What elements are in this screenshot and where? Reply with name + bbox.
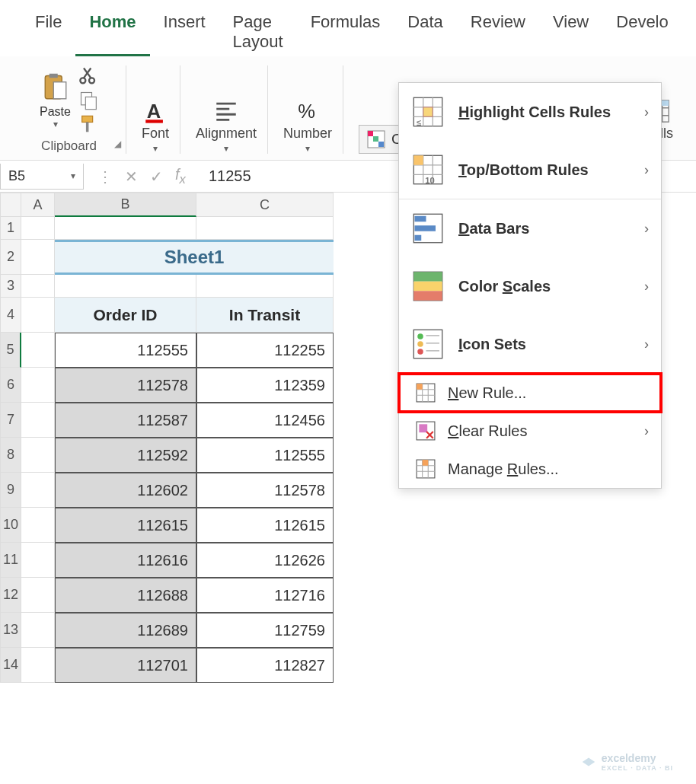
cell-in-transit[interactable]: 112555	[196, 438, 334, 473]
row-header[interactable]: 13	[0, 613, 21, 648]
cell[interactable]	[21, 333, 55, 368]
table-header-order-id[interactable]: Order ID	[55, 298, 196, 333]
tab-page-layout[interactable]: Page Layout	[219, 8, 297, 56]
svg-rect-2	[53, 82, 66, 99]
row-header[interactable]: 5	[0, 333, 21, 368]
menu-clear-rules[interactable]: Clear Rules ›	[399, 412, 661, 450]
tab-home[interactable]: Home	[75, 8, 149, 56]
svg-rect-40	[423, 460, 429, 466]
cell[interactable]	[21, 578, 55, 613]
row-header[interactable]: 9	[0, 473, 21, 508]
cell[interactable]	[21, 543, 55, 578]
tab-view[interactable]: View	[539, 8, 602, 56]
cell-order-id[interactable]: 112689	[55, 613, 196, 648]
tab-developer[interactable]: Develo	[602, 8, 682, 56]
row-header[interactable]: 12	[0, 578, 21, 613]
cf-icon	[367, 130, 385, 148]
menu-top-bottom-rules[interactable]: 10 Top/Bottom Rules ›	[399, 141, 661, 199]
row-header[interactable]: 4	[0, 298, 21, 333]
fx-icon[interactable]: fx	[175, 166, 186, 187]
tab-file[interactable]: File	[21, 8, 75, 56]
copy-icon[interactable]	[78, 90, 100, 111]
row-header[interactable]: 2	[0, 240, 21, 275]
cell-in-transit[interactable]: 112578	[196, 473, 334, 508]
menu-highlight-cells-rules[interactable]: ≤ Highlight Cells Rules ›	[399, 83, 661, 141]
cell[interactable]	[21, 438, 55, 473]
cell-order-id[interactable]: 112688	[55, 578, 196, 613]
group-number: % Number▾	[273, 65, 343, 154]
menu-data-bars[interactable]: Data Bars ›	[399, 199, 661, 257]
cell-in-transit[interactable]: 112827	[196, 648, 334, 683]
cell-in-transit[interactable]: 112359	[196, 368, 334, 403]
svg-rect-38	[419, 424, 427, 432]
cell-in-transit[interactable]: 112716	[196, 578, 334, 613]
select-all-corner[interactable]	[0, 193, 21, 217]
number-button[interactable]: % Number▾	[283, 98, 332, 154]
row-header[interactable]: 6	[0, 368, 21, 403]
tab-insert[interactable]: Insert	[150, 8, 219, 56]
svg-rect-26	[415, 235, 422, 241]
chevron-right-icon: ›	[644, 279, 649, 295]
row-header[interactable]: 14	[0, 648, 21, 683]
cell-order-id[interactable]: 112592	[55, 438, 196, 473]
cell[interactable]	[21, 368, 55, 403]
top-bottom-icon: 10	[413, 155, 443, 185]
cell-order-id[interactable]: 112602	[55, 473, 196, 508]
cell[interactable]	[21, 473, 55, 508]
tab-review[interactable]: Review	[457, 8, 539, 56]
conditional-formatting-menu: ≤ Highlight Cells Rules › 10 Top/Bottom …	[398, 82, 662, 489]
cancel-icon[interactable]: ✕	[125, 167, 138, 186]
clipboard-dialog-launcher[interactable]: ◢	[114, 139, 121, 149]
tab-data[interactable]: Data	[394, 8, 456, 56]
cell-order-id[interactable]: 112578	[55, 368, 196, 403]
menu-label: Data Bars	[458, 220, 529, 237]
enter-icon[interactable]: ✓	[150, 167, 163, 186]
cell-order-id[interactable]: 112615	[55, 508, 196, 543]
menu-new-rule[interactable]: New Rule...	[399, 374, 661, 412]
row-header[interactable]: 1	[0, 217, 21, 240]
alignment-icon	[213, 98, 239, 124]
cell-order-id[interactable]: 112587	[55, 403, 196, 438]
row-header[interactable]: 10	[0, 508, 21, 543]
font-button[interactable]: A Font▾	[142, 98, 169, 154]
svg-rect-18	[423, 107, 433, 117]
cell[interactable]	[21, 508, 55, 543]
cell-order-id[interactable]: 112701	[55, 648, 196, 683]
table-header-in-transit[interactable]: In Transit	[196, 298, 334, 333]
row-header[interactable]: 7	[0, 403, 21, 438]
row-header[interactable]: 11	[0, 543, 21, 578]
cell[interactable]	[21, 648, 55, 683]
formula-input[interactable]: 11255	[200, 167, 251, 185]
row-header[interactable]: 8	[0, 438, 21, 473]
cell-order-id[interactable]: 112555	[55, 333, 196, 368]
cut-icon[interactable]	[78, 65, 100, 87]
svg-rect-1	[49, 74, 57, 78]
format-painter-icon[interactable]	[78, 114, 100, 135]
sheet-title-cell[interactable]: Sheet1	[55, 240, 334, 275]
col-header-B[interactable]: B	[55, 193, 196, 217]
menu-icon-sets[interactable]: Icon Sets ›	[399, 315, 661, 373]
svg-text:≤: ≤	[417, 118, 421, 127]
cell-order-id[interactable]: 112616	[55, 543, 196, 578]
menu-manage-rules[interactable]: Manage Rules...	[399, 450, 661, 488]
paste-button[interactable]: Paste ▾	[39, 72, 72, 129]
col-header-A[interactable]: A	[21, 193, 55, 217]
cell-in-transit[interactable]: 112255	[196, 333, 334, 368]
menu-color-scales[interactable]: Color Scales ›	[399, 257, 661, 315]
clear-rules-icon	[416, 421, 436, 441]
cell-in-transit[interactable]: 112759	[196, 613, 334, 648]
row-header[interactable]: 3	[0, 275, 21, 298]
menu-label: Icon Sets	[458, 336, 526, 353]
col-header-C[interactable]: C	[196, 193, 334, 217]
chevron-right-icon: ›	[644, 162, 649, 178]
tab-formulas[interactable]: Formulas	[297, 8, 394, 56]
alignment-button[interactable]: Alignment▾	[196, 98, 257, 154]
cell[interactable]	[21, 403, 55, 438]
cell[interactable]	[21, 613, 55, 648]
cell-in-transit[interactable]: 112615	[196, 508, 334, 543]
name-box[interactable]: B5▾	[0, 164, 84, 190]
cell-in-transit[interactable]: 112626	[196, 543, 334, 578]
cell-in-transit[interactable]: 112456	[196, 403, 334, 438]
group-clipboard: Paste ▾ Clipboard ◢	[12, 65, 126, 154]
menu-label: Manage Rules...	[448, 461, 559, 478]
